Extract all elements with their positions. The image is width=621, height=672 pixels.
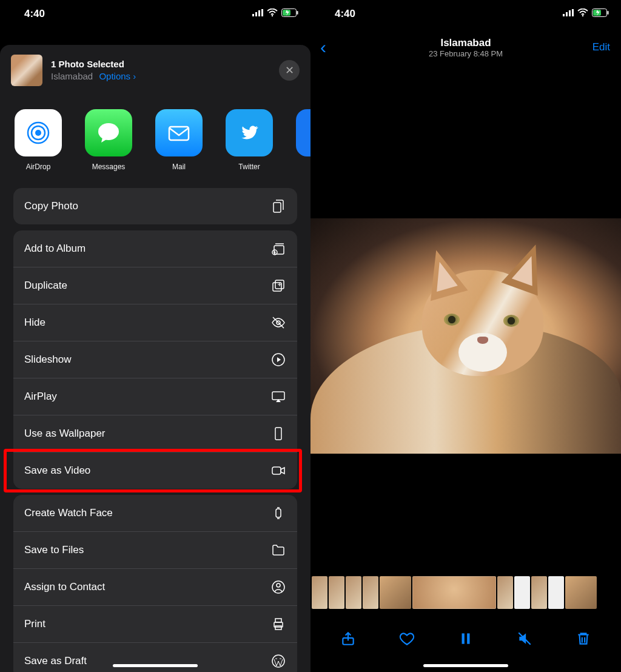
action-add-to-album[interactable]: Add to Album bbox=[13, 230, 297, 267]
svg-rect-33 bbox=[569, 10, 571, 16]
mail-icon bbox=[155, 109, 203, 156]
share-apps-row: AirDrop Messages Mail Twitter bbox=[0, 96, 310, 182]
viewer-title: Islamabad bbox=[310, 37, 621, 49]
printer-icon bbox=[270, 616, 286, 632]
copy-icon bbox=[270, 198, 286, 214]
thumb-item[interactable] bbox=[548, 576, 564, 609]
thumb-item[interactable] bbox=[565, 576, 597, 609]
share-sheet-screen: 4:40 1 Photo Selected Islamabad Options bbox=[0, 0, 310, 672]
folder-icon bbox=[270, 542, 286, 558]
messages-icon bbox=[85, 109, 132, 156]
app-messages[interactable]: Messages bbox=[85, 109, 132, 171]
share-sheet-title: 1 Photo Selected bbox=[51, 58, 270, 70]
svg-point-4 bbox=[272, 15, 273, 16]
edit-button[interactable]: Edit bbox=[592, 41, 610, 53]
action-print[interactable]: Print bbox=[13, 605, 297, 642]
cat-photo bbox=[310, 218, 621, 454]
app-twitter[interactable]: Twitter bbox=[226, 109, 273, 171]
action-label: Slideshow bbox=[24, 354, 72, 366]
app-label: Messages bbox=[92, 163, 126, 171]
selected-photo-thumbnail bbox=[11, 55, 42, 86]
close-icon: ✕ bbox=[285, 64, 294, 77]
thumb-item[interactable] bbox=[346, 576, 361, 609]
share-sheet: 1 Photo Selected Islamabad Options › ✕ A… bbox=[0, 45, 310, 672]
svg-rect-0 bbox=[252, 14, 254, 16]
delete-button[interactable] bbox=[574, 629, 593, 648]
favorite-button[interactable] bbox=[397, 629, 417, 648]
twitter-icon bbox=[226, 109, 273, 156]
app-label: AirDrop bbox=[26, 163, 51, 171]
svg-point-26 bbox=[277, 583, 280, 587]
action-hide[interactable]: Hide bbox=[13, 304, 297, 341]
thumbnail-strip[interactable] bbox=[310, 576, 621, 609]
battery-charging-icon bbox=[592, 8, 609, 20]
airdrop-icon bbox=[15, 109, 62, 156]
action-label: Hide bbox=[24, 317, 45, 329]
back-button[interactable]: ‹ bbox=[320, 37, 326, 58]
thumb-item[interactable] bbox=[312, 576, 327, 609]
battery-charging-icon bbox=[281, 8, 298, 20]
status-bar: 4:40 bbox=[310, 0, 621, 28]
thumb-item[interactable] bbox=[380, 576, 411, 609]
action-copy-photo[interactable]: Copy Photo bbox=[13, 188, 297, 224]
pause-button[interactable] bbox=[456, 629, 475, 648]
action-save-to-files[interactable]: Save to Files bbox=[13, 531, 297, 568]
svg-rect-37 bbox=[608, 11, 609, 15]
action-label: Duplicate bbox=[24, 280, 67, 292]
app-airdrop[interactable]: AirDrop bbox=[15, 109, 62, 171]
thumb-item[interactable] bbox=[329, 576, 344, 609]
action-assign-to-contact[interactable]: Assign to Contact bbox=[13, 568, 297, 605]
action-use-as-wallpaper[interactable]: Use as Wallpaper bbox=[13, 415, 297, 452]
svg-rect-6 bbox=[297, 11, 298, 15]
action-label: Assign to Contact bbox=[24, 581, 105, 593]
action-airplay[interactable]: AirPlay bbox=[13, 378, 297, 415]
action-label: Copy Photo bbox=[24, 200, 78, 212]
share-sheet-location: Islamabad bbox=[51, 71, 93, 81]
album-add-icon bbox=[270, 241, 286, 257]
svg-rect-21 bbox=[272, 392, 284, 400]
app-facebook[interactable]: Fac bbox=[296, 109, 310, 171]
app-label: Twitter bbox=[238, 163, 260, 171]
action-group: Copy Photo bbox=[13, 188, 297, 224]
thumb-item[interactable] bbox=[514, 576, 530, 609]
action-slideshow[interactable]: Slideshow bbox=[13, 341, 297, 378]
home-indicator[interactable] bbox=[423, 664, 508, 667]
airplay-icon bbox=[270, 389, 286, 405]
mute-button[interactable] bbox=[515, 629, 534, 648]
svg-rect-41 bbox=[467, 633, 469, 643]
action-create-watch-face[interactable]: Create Watch Face bbox=[13, 495, 297, 531]
svg-rect-24 bbox=[276, 509, 281, 517]
share-button[interactable] bbox=[338, 629, 358, 648]
wifi-icon bbox=[267, 8, 278, 20]
play-circle-icon bbox=[270, 352, 286, 368]
action-save-as-draft[interactable]: Save as Draft bbox=[13, 642, 297, 672]
status-time: 4:40 bbox=[335, 8, 355, 20]
phone-icon bbox=[270, 426, 286, 442]
app-mail[interactable]: Mail bbox=[155, 109, 203, 171]
close-button[interactable]: ✕ bbox=[279, 60, 300, 81]
viewer-subtitle: 23 February 8:48 PM bbox=[310, 49, 621, 58]
status-bar: 4:40 bbox=[0, 0, 310, 28]
action-duplicate[interactable]: Duplicate bbox=[13, 267, 297, 304]
thumb-item[interactable] bbox=[531, 576, 547, 609]
thumb-item-selected[interactable] bbox=[412, 576, 496, 609]
action-label: Use as Wallpaper bbox=[24, 428, 106, 440]
svg-rect-32 bbox=[566, 12, 568, 16]
facebook-icon bbox=[296, 109, 310, 156]
home-indicator[interactable] bbox=[113, 664, 198, 667]
highlight-save-as-video bbox=[4, 449, 302, 492]
action-label: Print bbox=[24, 618, 45, 630]
options-link[interactable]: Options › bbox=[99, 71, 136, 81]
svg-rect-22 bbox=[275, 428, 281, 440]
thumb-item[interactable] bbox=[497, 576, 513, 609]
svg-rect-34 bbox=[572, 9, 574, 16]
wifi-icon bbox=[577, 8, 588, 20]
thumb-item[interactable] bbox=[363, 576, 378, 609]
app-label: Mail bbox=[172, 163, 186, 171]
svg-rect-13 bbox=[274, 203, 281, 212]
hide-icon bbox=[270, 315, 286, 331]
svg-rect-2 bbox=[258, 10, 260, 16]
svg-rect-28 bbox=[275, 619, 281, 622]
action-group: Create Watch Face Save to Files Assign t… bbox=[13, 495, 297, 672]
photo-viewport[interactable] bbox=[310, 218, 621, 454]
